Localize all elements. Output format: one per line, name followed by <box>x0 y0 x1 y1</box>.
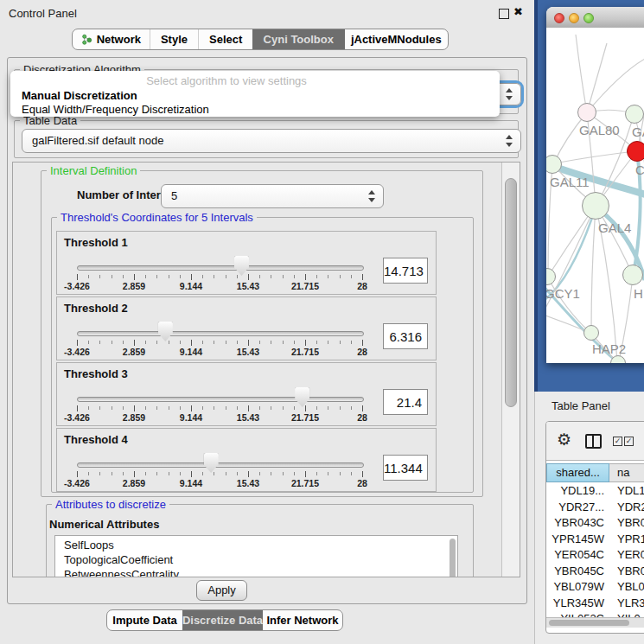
horizontal-scrollbar-thumb[interactable] <box>549 620 629 626</box>
tab-label: jActiveMNodules <box>351 29 442 49</box>
tab-impute-data[interactable]: Impute Data <box>107 610 182 630</box>
control-panel-tabbar: Network Style Select Cyni Toolbox jActiv… <box>72 29 449 50</box>
columns-icon[interactable] <box>585 434 602 449</box>
slider-thumb[interactable] <box>295 387 309 407</box>
tab-jactivemnodules[interactable]: jActiveMNodules <box>345 29 448 49</box>
window-minimize-icon[interactable] <box>569 13 579 23</box>
tab-label: Select <box>209 29 242 49</box>
tab-label: Impute Data <box>112 610 176 630</box>
slider-track[interactable] <box>77 331 364 336</box>
list-scrollbar[interactable] <box>450 539 456 577</box>
tab-select[interactable]: Select <box>198 29 252 49</box>
slider-ticks <box>77 340 362 347</box>
threshold-value-field[interactable]: 11.344 <box>383 455 428 481</box>
table-row[interactable]: YDR27...YDR2 <box>546 500 644 516</box>
vertical-scrollbar-track[interactable] <box>501 163 520 577</box>
tab-label: Style <box>161 29 188 49</box>
table-row[interactable]: YBL079WYBL0 <box>546 579 644 596</box>
tab-cyni-toolbox[interactable]: Cyni Toolbox <box>252 29 345 49</box>
table-data-combobox[interactable]: galFiltered.sif default node <box>22 129 521 153</box>
table-row[interactable]: YBR045CYBR0 <box>546 564 644 580</box>
horizontal-scrollbar-track[interactable] <box>546 617 644 628</box>
attribute-list-item[interactable]: BetweennessCentrality <box>55 565 457 577</box>
group-label: Threshold's Coordinates for 5 Intervals <box>57 211 257 224</box>
slider-track[interactable] <box>77 462 364 468</box>
slider-thumb[interactable] <box>158 322 173 341</box>
table-row[interactable]: YER054CYER0 <box>546 547 644 564</box>
threshold-label: Threshold 3 <box>64 367 128 380</box>
threshold-3-panel: Threshold 3 -3.4262.8599.14415.4321.7152… <box>56 362 437 426</box>
numerical-attributes-label: Numerical Attributes <box>49 518 159 531</box>
slider-ticks <box>77 274 362 281</box>
network-node[interactable] <box>583 325 599 341</box>
network-node[interactable] <box>622 265 643 285</box>
tab-discretize-data[interactable]: Discretize Data <box>182 610 263 630</box>
gear-icon[interactable]: ⚙ <box>557 430 571 450</box>
cyni-mode-tabbar: Impute Data Discretize Data Infer Networ… <box>106 609 343 631</box>
table-row[interactable]: YPR145WYPR1 <box>546 532 644 548</box>
network-node[interactable] <box>582 192 609 220</box>
network-node-label: GAL4 <box>598 220 631 235</box>
number-of-intervals-combobox[interactable]: 5 <box>161 184 384 208</box>
tab-infer-network[interactable]: Infer Network <box>263 610 342 630</box>
network-node[interactable] <box>546 268 556 285</box>
node-table: ⚙ ✓ ✓ shared... na YDL19...YDL1YDR27...Y… <box>545 421 644 634</box>
numerical-attributes-list[interactable]: SelfLoopsTopologicalCoefficientBetweenne… <box>54 535 458 577</box>
table-row[interactable]: YLR345WYLR3 <box>546 596 644 612</box>
network-node-label: HAP2 <box>592 341 626 356</box>
table-header-row: shared... na <box>546 463 644 482</box>
group-label: Interval Definition <box>47 164 140 177</box>
group-label: Attributes to discretize <box>52 498 169 511</box>
window-close-icon[interactable] <box>554 13 564 23</box>
network-node-label: GA <box>632 124 644 139</box>
network-node-label: GAL80 <box>579 123 620 137</box>
network-node[interactable] <box>625 105 644 124</box>
window-titlebar[interactable] <box>546 7 644 29</box>
network-node[interactable] <box>546 155 562 174</box>
slider-scale-labels: -3.4262.8599.14415.4321.71528 <box>77 281 362 291</box>
slider-thumb[interactable] <box>234 256 249 276</box>
window-zoom-icon[interactable] <box>583 13 594 23</box>
network-node[interactable] <box>610 355 626 363</box>
slider-track[interactable] <box>77 397 364 402</box>
network-node-label: GCY1 <box>546 286 580 301</box>
tab-label: Cyni Toolbox <box>264 29 334 49</box>
slider-thumb[interactable] <box>204 453 219 473</box>
checkbox-icon[interactable]: ✓ <box>624 437 634 446</box>
column-header-shared-name[interactable]: shared... <box>546 463 609 482</box>
float-window-icon[interactable] <box>499 9 509 19</box>
column-header-name[interactable]: na <box>609 463 644 482</box>
attribute-list-item[interactable]: TopologicalCoefficient <box>55 551 457 565</box>
network-node-label: GAL11 <box>550 175 590 189</box>
table-row[interactable]: YBR043CYBR0 <box>546 515 644 532</box>
attribute-list-item[interactable]: SelfLoops <box>55 536 457 551</box>
network-view-window[interactable]: GAL80GACGAL11GAL4GCY1HHAP2 <box>546 7 644 363</box>
dropdown-item-manual-discretization[interactable]: Manual Discretization <box>22 89 137 102</box>
network-node[interactable] <box>577 103 596 122</box>
network-node-label: H <box>634 286 643 301</box>
apply-button[interactable]: Apply <box>196 580 247 601</box>
close-icon[interactable]: ✖ <box>513 5 523 18</box>
table-row[interactable]: YIL052CYIL0 <box>546 611 644 617</box>
dropdown-item-equal-width-frequency[interactable]: Equal Width/Frequency Discretization <box>22 103 209 116</box>
slider-scale-labels: -3.4262.8599.14415.4321.71528 <box>77 412 362 423</box>
slider-track[interactable] <box>77 265 364 271</box>
threshold-value-field[interactable]: 21.4 <box>383 389 428 415</box>
network-canvas[interactable]: GAL80GACGAL11GAL4GCY1HHAP2 <box>546 28 644 363</box>
threshold-value-field[interactable]: 14.713 <box>383 258 428 284</box>
combo-value: 5 <box>171 189 177 202</box>
vertical-scrollbar-thumb[interactable] <box>505 178 517 407</box>
tab-network[interactable]: Network <box>73 29 150 49</box>
table-row[interactable]: YDL19...YDL1 <box>546 483 644 500</box>
network-node[interactable] <box>627 141 644 162</box>
table-panel-section: Table Panel ⚙ ✓ ✓ shared... na YDL19...Y… <box>534 392 644 644</box>
application-window: Control Panel ✖ Network Style Select Cyn… <box>0 0 644 644</box>
threshold-value-field[interactable]: 6.316 <box>383 323 428 349</box>
checkbox-icon[interactable]: ✓ <box>613 437 622 446</box>
threshold-label: Threshold 4 <box>64 433 128 446</box>
threshold-label: Threshold 2 <box>64 302 128 315</box>
tab-style[interactable]: Style <box>150 29 199 49</box>
network-icon <box>81 34 92 45</box>
combo-value: galFiltered.sif default node <box>32 134 163 147</box>
network-node-label: C <box>635 163 644 177</box>
